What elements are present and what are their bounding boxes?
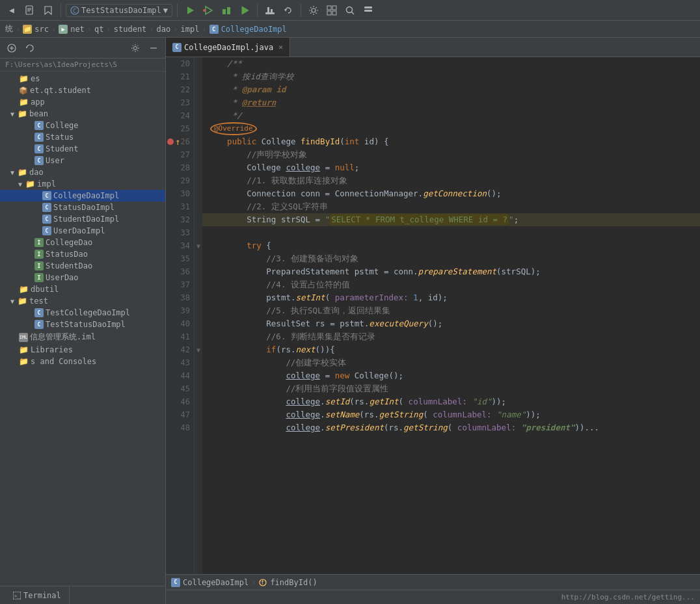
ln-27: 27 [166,148,194,161]
code-line-22: * @param id [202,83,700,96]
code-line-42: if(rs.next()){ [202,343,700,356]
breadcrumb-net[interactable]: net [70,25,85,34]
tree-item-teststatus[interactable]: C TestStatusDaoImpl [0,319,165,330]
code-line-23: * @return [202,96,700,109]
bookmark-button[interactable] [40,3,56,18]
code-line-41: //6. 判断结果集是否有记录 [202,330,700,343]
code-line-32: String strSQL = "SELECT * FROM t_college… [202,213,700,226]
tree-item-consoles[interactable]: 📁 s and Consoles [0,356,165,367]
run-config-dropdown[interactable]: C TestStatusDaoImpl ▼ [66,4,172,17]
back-button[interactable]: ◀ [4,3,20,18]
override-annotation: @Override [210,122,257,135]
breadcrumb-qt[interactable]: qt [94,25,103,34]
ln-47: 47 [166,408,194,421]
fold-34[interactable]: ▼ [195,239,202,252]
svg-text:>_: >_ [14,594,20,599]
code-line-48: college.setPresident(rs.getString( colum… [202,421,700,434]
run-button[interactable] [182,3,198,18]
dao-folder-icon: 📁 [18,168,27,177]
tab-close-btn[interactable]: ✕ [278,43,283,51]
rebuild-button[interactable] [280,3,296,18]
ln-34: 34 [166,239,194,252]
breadcrumb-file[interactable]: CollegeDaoImpl [221,25,287,34]
fold-42[interactable]: ▼ [195,343,202,356]
tree-item-userdao[interactable]: I UserDao [0,272,165,283]
svg-rect-22 [332,11,336,15]
svg-marker-17 [284,9,287,12]
ln-41: 41 [166,330,194,343]
sync-tab-btn[interactable] [22,40,38,56]
breadcrumb-dao[interactable]: dao [157,25,171,34]
tree-item-statusdao[interactable]: I StatusDao [0,248,165,260]
svg-marker-8 [206,7,212,14]
tree-item-package[interactable]: 📦 et.qt.student [0,85,165,96]
settings-button[interactable] [306,3,321,18]
code-line-31: //2. 定义SQL字符串 [202,200,700,213]
tree-item-bean[interactable]: ▼ 📁 bean [0,108,165,120]
breadcrumb-bottom-file-icon: C [171,578,180,587]
tree-item-user[interactable]: C User [0,155,165,166]
tree-item-libraries[interactable]: 📁 Libraries [0,344,165,356]
breadcrumb-root[interactable]: 统 [5,23,13,34]
iface-icon-statusdao: I [34,250,44,259]
separator3 [257,4,258,17]
file-button[interactable] [22,3,38,18]
ln-44: 44 [166,369,194,382]
collapse-tab-btn[interactable] [146,40,161,56]
tree-item-app[interactable]: 📁 app [0,96,165,108]
tree-item-college[interactable]: C College [0,120,165,131]
tree-item-student[interactable]: C Student [0,143,165,155]
tree-item-dbutil[interactable]: 📁 dbutil [0,283,165,295]
code-line-43: //创建学校实体 [202,356,700,369]
tree-item-dao[interactable]: ▼ 📁 dao [0,166,165,178]
tree-item-impl-folder[interactable]: ▼ 📁 impl [0,178,165,190]
tools-button[interactable] [360,3,376,18]
settings-tab-btn[interactable] [128,40,143,56]
sidebar: F:\Users\as\IdeaProjects\5 📁 es 📦 et.qt.… [0,38,166,604]
profile-button[interactable] [237,3,252,18]
debug-button[interactable] [200,3,216,18]
add-tab-btn[interactable] [4,40,20,56]
class-icon-user: C [34,156,44,165]
coverage-button[interactable] [219,3,234,18]
breadcrumb-impl[interactable]: impl [181,25,200,34]
breadcrumb-src[interactable]: src [34,25,49,34]
ln-45: 45 [166,382,194,395]
ln-36: 36 [166,265,194,278]
sidebar-tabs [0,38,165,59]
code-line-38: pstmt.setInt( parameterIndex: 1, id); [202,291,700,304]
tree-item-status[interactable]: C Status [0,131,165,143]
class-icon-teststatus: C [34,320,44,329]
code-gutter: ▼ ▼ [195,57,202,574]
bottom-panel: >_ Terminal [0,586,165,604]
package-icon: 📦 [19,86,28,95]
code-content[interactable]: /** * 按id查询学校 * @param id * @return */ @ [202,57,700,574]
code-line-20: /** [202,57,700,70]
ln-24: 24 [166,109,194,122]
terminal-tab[interactable]: >_ Terminal [5,586,70,604]
tree-item-test[interactable]: ▼ 📁 test [0,295,165,307]
code-line-34: try { [202,239,700,252]
tree-item-collegedaoimpl[interactable]: C CollegeDaoImpl [0,190,165,202]
tree-item-userdaoimpl[interactable]: C UserDaoImpl [0,225,165,237]
tree-item-es[interactable]: 📁 es [0,73,165,85]
build-button[interactable] [262,3,278,18]
layout-button[interactable] [324,3,340,18]
iface-icon-collegedao: I [34,238,44,247]
search-button[interactable] [342,3,358,18]
code-line-39: //5. 执行SQL查询，返回结果集 [202,304,700,317]
tree-item-testcollege[interactable]: C TestCollegeDaoImpl [0,307,165,319]
tree-item-studentdao[interactable]: I StudentDao [0,260,165,272]
separator2 [177,4,178,17]
tree-item-iml[interactable]: IML 信息管理系统.iml [0,330,165,344]
tree-item-statusdaoimpl[interactable]: C StatusDaoImpl [0,202,165,213]
tree-item-studentdaoimpl[interactable]: C StudentDaoImpl [0,213,165,225]
code-line-40: ResultSet rs = pstmt.executeQuery(); [202,317,700,330]
tree-item-collegedao[interactable]: I CollegeDao [0,237,165,248]
dbutil-folder-icon: 📁 [19,285,29,294]
toolbar: ◀ C TestStatusDaoImpl ▼ [0,0,700,21]
editor-tab-active[interactable]: C CollegeDaoImpl.java ✕ [166,38,290,57]
breadcrumb-student[interactable]: student [114,25,147,34]
main-layout: F:\Users\as\IdeaProjects\5 📁 es 📦 et.qt.… [0,38,700,604]
method-icon: f [258,578,267,587]
